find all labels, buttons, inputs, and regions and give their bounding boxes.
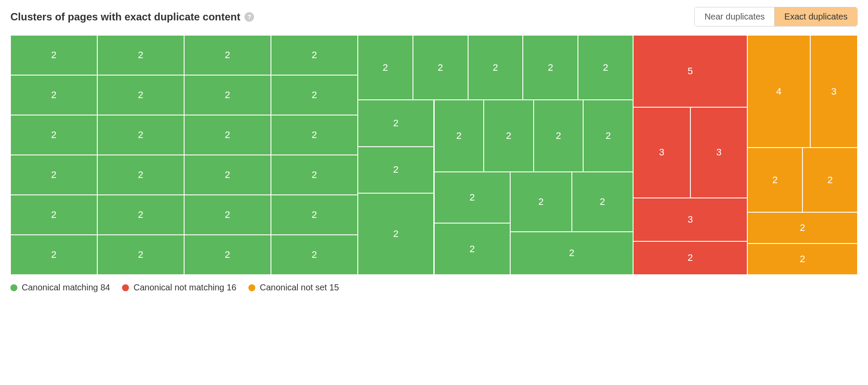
legend-item[interactable]: Canonical not set 15 [248,283,339,293]
treemap-cell[interactable]: 2 [10,155,97,195]
legend-item[interactable]: Canonical matching 84 [10,283,110,293]
treemap-cell[interactable]: 2 [184,235,271,275]
treemap-cell[interactable]: 2 [468,35,523,100]
legend-dot-icon [10,284,17,291]
treemap-cell[interactable]: 2 [97,35,184,75]
legend-item[interactable]: Canonical not matching 16 [122,283,236,293]
treemap-cell[interactable]: 3 [690,107,748,198]
treemap-cell[interactable]: 2 [572,172,633,232]
treemap-cell[interactable]: 2 [583,100,633,172]
chart-title-container: Clusters of pages with exact duplicate c… [10,11,254,23]
treemap-cell[interactable]: 2 [10,35,97,75]
treemap-cell[interactable]: 2 [10,75,97,115]
treemap-cell[interactable]: 4 [747,35,810,148]
treemap-cell[interactable]: 2 [271,115,358,155]
treemap-cell[interactable]: 2 [747,148,802,212]
treemap-cell[interactable]: 2 [271,195,358,235]
treemap-cell[interactable]: 2 [523,35,578,100]
treemap-cell[interactable]: 2 [184,75,271,115]
treemap-cell[interactable]: 2 [184,195,271,235]
legend-label: Canonical matching 84 [22,283,110,293]
treemap-cell[interactable]: 2 [802,148,858,212]
help-icon[interactable]: ? [244,12,254,22]
chart-title: Clusters of pages with exact duplicate c… [10,11,240,23]
treemap-cell[interactable]: 2 [97,155,184,195]
treemap-cell[interactable]: 2 [747,212,858,244]
treemap-cell[interactable]: 2 [510,172,571,232]
treemap-cell[interactable]: 2 [578,35,633,100]
chart-header: Clusters of pages with exact duplicate c… [10,7,858,26]
treemap-cell[interactable]: 2 [97,115,184,155]
near-duplicates-tab[interactable]: Near duplicates [695,7,774,26]
treemap-cell[interactable]: 2 [10,235,97,275]
treemap-cell[interactable]: 2 [434,223,511,275]
treemap-cell[interactable]: 2 [97,235,184,275]
treemap-cell[interactable]: 2 [184,35,271,75]
treemap-cell[interactable]: 2 [484,100,534,172]
treemap-cell[interactable]: 2 [271,235,358,275]
treemap-cell[interactable]: 2 [358,193,434,275]
treemap-cell[interactable]: 2 [413,35,468,100]
treemap-cell[interactable]: 2 [510,232,633,275]
legend-label: Canonical not matching 16 [133,283,236,293]
treemap-cell[interactable]: 2 [10,115,97,155]
legend-dot-icon [122,284,129,291]
treemap-cell[interactable]: 2 [358,35,413,100]
treemap-cell[interactable]: 2 [633,241,747,275]
treemap-cell[interactable]: 3 [810,35,858,148]
duplicate-type-toggle: Near duplicates Exact duplicates [694,7,858,26]
treemap-cell[interactable]: 3 [633,198,747,241]
treemap-cell[interactable]: 2 [747,244,858,275]
treemap-cell[interactable]: 5 [633,35,747,107]
treemap-cell[interactable]: 2 [271,75,358,115]
treemap-chart: 2222222222222222222222222222222222222222… [10,35,858,275]
legend: Canonical matching 84Canonical not match… [10,283,858,293]
treemap-cell[interactable]: 2 [434,172,511,224]
treemap-cell[interactable]: 2 [271,35,358,75]
treemap-cell[interactable]: 2 [534,100,584,172]
treemap-cell[interactable]: 2 [358,147,434,194]
treemap-cell[interactable]: 2 [97,195,184,235]
treemap-cell[interactable]: 3 [633,107,690,198]
treemap-cell[interactable]: 2 [97,75,184,115]
treemap-cell[interactable]: 2 [358,100,434,147]
legend-dot-icon [248,284,255,291]
treemap-cell[interactable]: 2 [184,115,271,155]
legend-label: Canonical not set 15 [260,283,339,293]
treemap-cell[interactable]: 2 [10,195,97,235]
treemap-cell[interactable]: 2 [434,100,484,172]
treemap-cell[interactable]: 2 [271,155,358,195]
exact-duplicates-tab[interactable]: Exact duplicates [774,7,857,26]
treemap-cell[interactable]: 2 [184,155,271,195]
